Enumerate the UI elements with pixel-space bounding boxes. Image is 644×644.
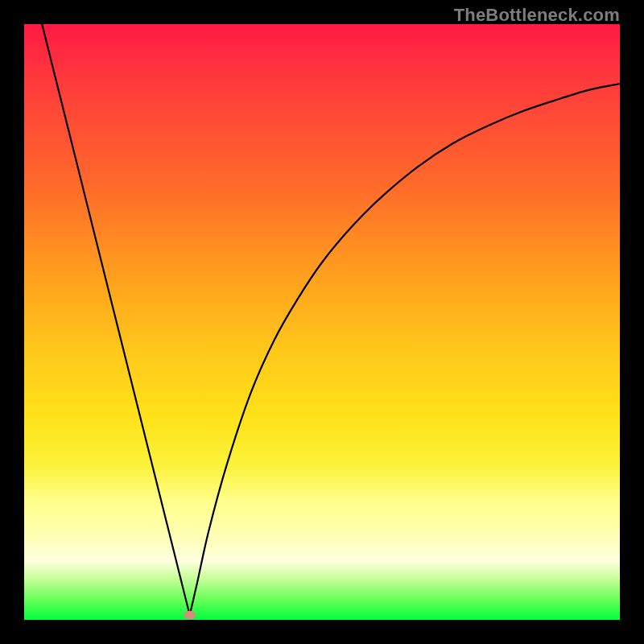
bottleneck-curve [42,24,620,615]
optimum-marker [184,611,196,619]
plot-area [24,24,620,620]
chart-svg [24,24,620,620]
chart-frame: TheBottleneck.com [0,0,644,644]
watermark-text: TheBottleneck.com [454,5,620,26]
